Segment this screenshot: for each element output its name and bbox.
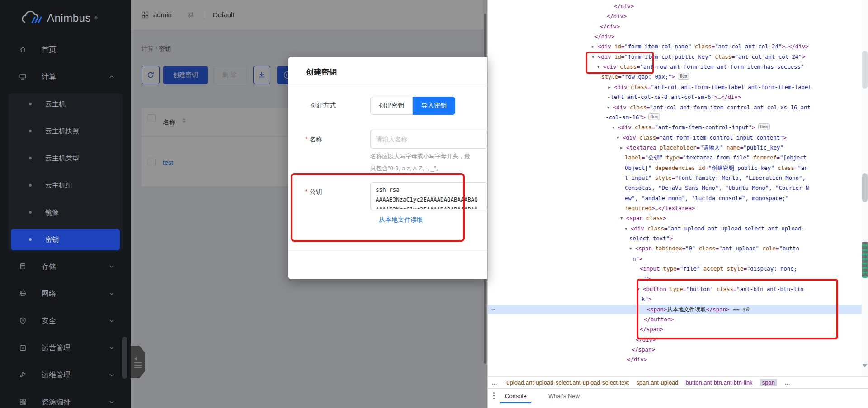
collapse-arrow-icon[interactable]: ▶ xyxy=(620,143,623,153)
devtools-tree-line[interactable]: select-text"> xyxy=(488,234,868,244)
kebab-menu-icon[interactable] xyxy=(493,392,495,399)
sidebar-item-cloud-host[interactable]: 云主机 xyxy=(0,93,131,115)
expand-arrow-icon[interactable]: ▼ xyxy=(597,62,599,72)
expand-arrow-icon[interactable]: ▼ xyxy=(637,284,639,294)
sidebar-item-keypair[interactable]: 密钥 xyxy=(11,229,120,250)
chevron-down-icon xyxy=(108,318,115,324)
expand-arrow-icon[interactable]: ▼ xyxy=(620,213,623,223)
expand-arrow-icon[interactable]: ▼ xyxy=(625,224,627,234)
devtools-tree-line[interactable]: k"> xyxy=(488,294,868,304)
collapse-arrow-icon[interactable]: ▶ xyxy=(608,82,610,92)
devtools-tree-line[interactable]: ▼<span tabindex="0" class="ant-upload" r… xyxy=(488,244,868,253)
tab-whats-new[interactable]: What's New xyxy=(548,389,580,403)
devtools-tree-line[interactable]: ▼<button type="button" class="ant-btn an… xyxy=(488,284,868,294)
sidebar-item-host-flavor[interactable]: 云主机类型 xyxy=(0,147,131,169)
devtools-tree-line[interactable]: </span> xyxy=(488,345,868,355)
devtools-tree-line[interactable]: </div> xyxy=(488,32,868,42)
devtools-breadcrumb-item[interactable]: -upload.ant-upload-select.ant-upload-sel… xyxy=(505,379,629,386)
bullet-icon xyxy=(29,184,32,187)
devtools-tree-line[interactable]: Consolas, "DejaVu Sans Mono", "Ubuntu Mo… xyxy=(488,183,868,193)
sidebar-item-label: 存储 xyxy=(42,262,56,272)
bullet-icon xyxy=(29,238,32,241)
devtools-tree-line[interactable]: ▼<div id="form-item-col-public_key" clas… xyxy=(488,52,868,62)
sidebar-item-label: 网络 xyxy=(42,289,56,299)
devtools-breadcrumb-item[interactable]: span xyxy=(760,379,777,386)
create-keypair-modal: 创建密钥 创建方式 创建密钥导入密钥 *名称 名称应以大写字母或小写字母开头，最… xyxy=(288,57,487,279)
devtools-tree-line[interactable]: ▼<div class="ant-col ant-form-item-contr… xyxy=(488,103,868,113)
devtools-tree-line[interactable]: ▼<div class="ant-upload ant-upload-selec… xyxy=(488,224,868,234)
sidebar-scrollbar-thumb[interactable] xyxy=(122,337,127,379)
pubkey-textarea[interactable]: ssh-rsa AAAAB3NzaC1yc2EAAAADAQABAAABAQ A… xyxy=(370,182,487,210)
read-from-local-file-link[interactable]: 从本地文件读取 xyxy=(379,216,423,224)
expand-arrow-icon[interactable]: ▼ xyxy=(592,52,594,62)
method-option-import[interactable]: 导入密钥 xyxy=(413,97,455,115)
sidebar-item-compute[interactable]: 计算 xyxy=(0,66,131,88)
bullet-icon xyxy=(29,157,32,159)
chevron-down-icon xyxy=(108,372,115,378)
more-actions-icon[interactable]: ⋯ xyxy=(491,305,495,314)
expand-arrow-icon[interactable]: ▼ xyxy=(617,133,619,143)
expand-arrow-icon[interactable]: ▼ xyxy=(607,103,609,113)
collapse-arrow-icon[interactable]: ▶ xyxy=(592,42,594,52)
name-input[interactable] xyxy=(370,130,487,149)
sidebar-item-operation[interactable]: ¥运营管理 xyxy=(0,337,131,359)
sidebar-item-image[interactable]: 镜像 xyxy=(0,202,131,223)
sidebar-item-maintenance[interactable]: 运维管理 xyxy=(0,364,131,386)
devtools-tree-line[interactable]: ▼<span class> xyxy=(488,213,868,223)
sidebar-item-host-group[interactable]: 云主机组 xyxy=(0,174,131,196)
devtools-scrollbar[interactable] xyxy=(862,0,868,376)
devtools-tree-line[interactable]: ▶<textarea placeholder="请输入" name="publi… xyxy=(488,143,868,153)
devtools-tree-line[interactable]: t-input" style="font-family: Menlo, "Lib… xyxy=(488,173,868,183)
sidebar-item-label: 密钥 xyxy=(45,235,59,244)
devtools-tree-line[interactable]: style="row-gap: 0px;">flex xyxy=(488,72,868,82)
devtools-tree-line[interactable]: </div> xyxy=(488,335,868,345)
devtools-panel: </div></div></div></div>▶<div id="form-i… xyxy=(487,0,868,408)
sidebar-item-security[interactable]: 保安全 xyxy=(0,310,131,332)
globe-icon xyxy=(19,290,27,298)
devtools-tree-line[interactable]: ▼<div class="ant-form-item-control-input… xyxy=(488,122,868,132)
sidebar-item-home[interactable]: 首页 xyxy=(0,39,131,61)
expand-arrow-icon[interactable]: ▼ xyxy=(612,122,614,132)
devtools-scrollbar-thumb[interactable] xyxy=(862,173,868,202)
expand-arrow-icon[interactable]: ▼ xyxy=(629,244,632,253)
devtools-tree-line[interactable]: n"> xyxy=(488,254,868,264)
devtools-tree-line[interactable]: -left ant-col-xs-8 ant-col-sm-6">…</div> xyxy=(488,92,868,102)
sidebar-item-orchestration[interactable]: 资源编排 xyxy=(0,391,131,408)
devtools-tree-line[interactable]: </button> xyxy=(488,314,868,324)
sidebar-item-storage[interactable]: 存储 xyxy=(0,256,131,277)
devtools-tree-line[interactable]: label="公钥" type="textarea-from-file" for… xyxy=(488,153,868,163)
home-icon xyxy=(19,46,27,54)
sidebar-item-label: 云主机 xyxy=(45,100,66,108)
svg-text:¥: ¥ xyxy=(22,347,24,350)
devtools-tree-line[interactable]: </div> xyxy=(488,11,868,21)
devtools-breadcrumb-item[interactable]: span.ant-upload xyxy=(636,379,678,386)
tab-console[interactable]: Console xyxy=(505,389,527,403)
wrench-icon xyxy=(19,371,27,379)
devtools-tree-line[interactable]: </div> xyxy=(488,1,868,11)
devtools-tree-line[interactable]: required>…</textarea> xyxy=(488,203,868,213)
modal-title: 创建密钥 xyxy=(306,67,337,77)
sidebar-item-network[interactable]: 网络 xyxy=(0,283,131,305)
method-option-create[interactable]: 创建密钥 xyxy=(370,97,413,115)
devtools-breadcrumb-item[interactable]: … xyxy=(491,379,497,386)
sidebar-item-label: 安全 xyxy=(42,316,56,326)
devtools-breadcrumb-item[interactable]: button.ant-btn.ant-btn-link xyxy=(686,379,753,386)
devtools-tree-line[interactable]: </div> xyxy=(488,22,868,32)
devtools-tree-line[interactable]: ▼<div class="ant-form-item-control-input… xyxy=(488,133,868,143)
devtools-tree-line[interactable]: Object]" dependencies id="创建密钥_public_ke… xyxy=(488,163,868,173)
name-helper-line1: 名称应以大写字母或小写字母开头，最 xyxy=(370,150,487,162)
compute-submenu-panel xyxy=(8,93,123,251)
devtools-tree-line[interactable]: ▶<div class="ant-col ant-form-item-label… xyxy=(488,82,868,92)
devtools-breadcrumb-item[interactable]: … xyxy=(784,379,790,386)
devtools-tree-line[interactable]: </div> xyxy=(488,355,868,365)
devtools-tree-line[interactable]: ew", "andale mono", "lucida console", mo… xyxy=(488,193,868,203)
devtools-tree-line[interactable]: ⋯<span>从本地文件读取</span> == $0 xyxy=(488,305,868,314)
devtools-tree-line[interactable]: ▼<div class="ant-row ant-form-item ant-f… xyxy=(488,62,868,72)
devtools-tree-line[interactable]: -col-sm-16">flex xyxy=(488,113,868,122)
devtools-tree-line[interactable]: ▶<div id="form-item-col-name" class="ant… xyxy=(488,42,868,52)
devtools-tree-line[interactable]: </span> xyxy=(488,324,868,334)
devtools-tree-line[interactable]: <input type="file" accept style="display… xyxy=(488,264,868,274)
chevron-down-icon xyxy=(108,263,115,270)
devtools-tree-line[interactable]: "> xyxy=(488,274,868,284)
sidebar-item-host-snapshot[interactable]: 云主机快照 xyxy=(0,120,131,142)
